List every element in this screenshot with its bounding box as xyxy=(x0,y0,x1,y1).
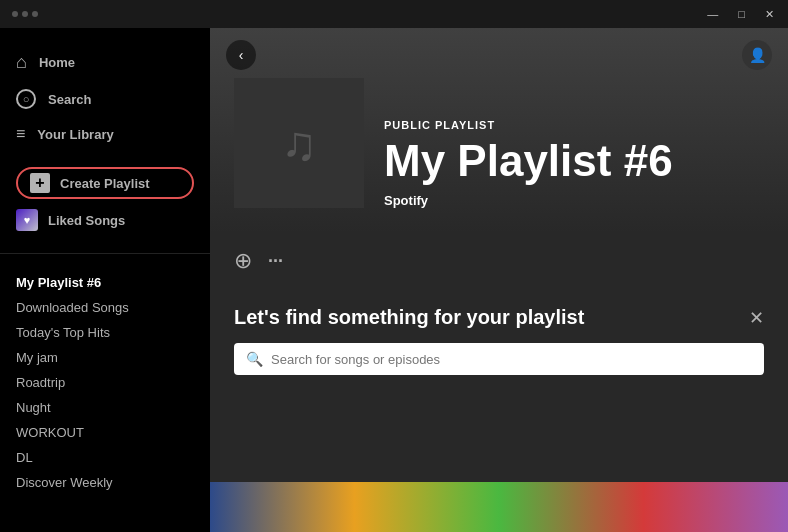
liked-songs-icon: ♥ xyxy=(16,209,38,231)
close-find-songs-button[interactable]: ✕ xyxy=(749,307,764,329)
sidebar-actions: + Create Playlist ♥ Liked Songs xyxy=(0,167,210,254)
create-playlist-button[interactable]: + Create Playlist xyxy=(16,167,194,199)
bottom-strip xyxy=(210,482,788,532)
playlist-title: My Playlist #6 xyxy=(384,137,764,185)
title-bar-dot xyxy=(22,11,28,17)
list-item[interactable]: My Playlist #6 xyxy=(16,270,194,295)
more-icon: ··· xyxy=(268,251,283,271)
list-item[interactable]: My jam xyxy=(16,345,194,370)
sidebar-item-library-label: Your Library xyxy=(37,127,113,142)
title-bar-dot xyxy=(32,11,38,17)
liked-songs-label: Liked Songs xyxy=(48,213,125,228)
list-item[interactable]: Today's Top Hits xyxy=(16,320,194,345)
playlist-cover: ♫ xyxy=(234,78,364,208)
create-playlist-icon: + xyxy=(30,173,50,193)
music-note-icon: ♫ xyxy=(281,116,317,171)
maximize-button[interactable]: □ xyxy=(732,6,751,22)
more-options-button[interactable]: ··· xyxy=(268,251,283,272)
search-icon: ○ xyxy=(16,89,36,109)
sidebar-nav: ⌂ Home ○ Search ≡ Your Library xyxy=(0,44,210,151)
title-bar-dot xyxy=(12,11,18,17)
find-songs-section: Let's find something for your playlist ✕… xyxy=(210,290,788,482)
search-icon: 🔍 xyxy=(246,351,263,367)
list-item[interactable]: Discover Weekly xyxy=(16,470,194,495)
minimize-button[interactable]: — xyxy=(701,6,724,22)
profile-button[interactable]: 👤 xyxy=(742,40,772,70)
library-icon: ≡ xyxy=(16,125,25,143)
playlist-type: PUBLIC PLAYLIST xyxy=(384,119,764,131)
list-item[interactable]: Roadtrip xyxy=(16,370,194,395)
playlist-owner: Spotify xyxy=(384,193,764,208)
playlist-info: PUBLIC PLAYLIST My Playlist #6 Spotify xyxy=(384,119,764,208)
list-item[interactable]: Downloaded Songs xyxy=(16,295,194,320)
title-bar: — □ ✕ xyxy=(0,0,788,28)
add-user-button[interactable]: ⊕ xyxy=(234,248,252,274)
search-input[interactable] xyxy=(271,352,752,367)
sidebar-item-search-label: Search xyxy=(48,92,91,107)
list-item[interactable]: DL xyxy=(16,445,194,470)
find-songs-title: Let's find something for your playlist xyxy=(234,306,584,329)
sidebar-playlists: My Playlist #6 Downloaded Songs Today's … xyxy=(0,270,210,516)
sidebar: ⌂ Home ○ Search ≡ Your Library + Create … xyxy=(0,28,210,532)
create-playlist-label: Create Playlist xyxy=(60,176,150,191)
search-bar[interactable]: 🔍 xyxy=(234,343,764,375)
find-songs-header: Let's find something for your playlist ✕ xyxy=(234,306,764,329)
list-item[interactable]: Nught xyxy=(16,395,194,420)
controls-bar: ⊕ ··· xyxy=(210,232,788,290)
add-user-icon: ⊕ xyxy=(234,248,252,273)
title-bar-dots xyxy=(8,11,38,17)
home-icon: ⌂ xyxy=(16,52,27,73)
list-item[interactable]: WORKOUT xyxy=(16,420,194,445)
sidebar-item-home[interactable]: ⌂ Home xyxy=(16,44,194,81)
main-content: ‹ 👤 ♫ PUBLIC PLAYLIST My Playlist #6 Spo… xyxy=(210,28,788,532)
sidebar-item-library[interactable]: ≡ Your Library xyxy=(16,117,194,151)
back-button[interactable]: ‹ xyxy=(226,40,256,70)
close-button[interactable]: ✕ xyxy=(759,6,780,23)
profile-icon: 👤 xyxy=(749,47,766,63)
top-bar: ‹ 👤 xyxy=(210,28,788,82)
sidebar-item-home-label: Home xyxy=(39,55,75,70)
liked-songs-button[interactable]: ♥ Liked Songs xyxy=(16,203,194,237)
sidebar-item-search[interactable]: ○ Search xyxy=(16,81,194,117)
main-layout: ⌂ Home ○ Search ≡ Your Library + Create … xyxy=(0,28,788,532)
